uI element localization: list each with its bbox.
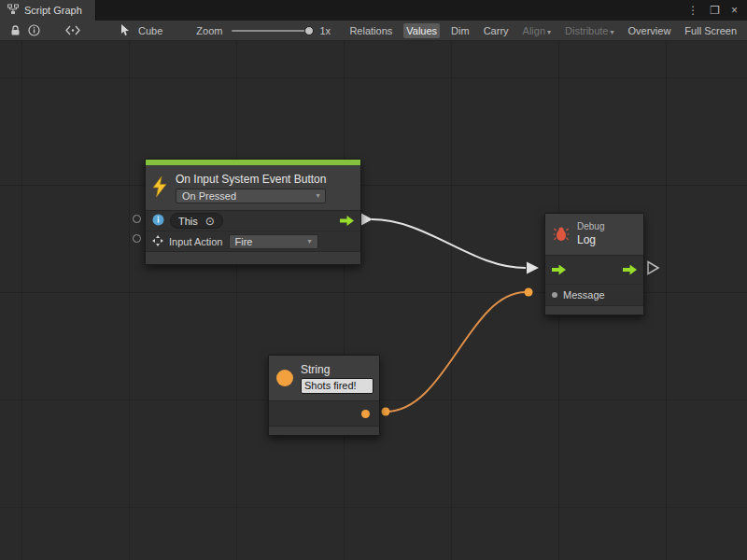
- message-input-port[interactable]: [552, 292, 557, 298]
- script-graph-window: Script Graph ⋮ ❒ × Cube Zoom 1x R: [0, 0, 747, 560]
- debug-flow-output-port[interactable]: [623, 265, 637, 275]
- node-on-input-system-event-button[interactable]: On Input System Event Button On Pressed …: [145, 159, 361, 265]
- event-mode-dropdown[interactable]: On Pressed ▾: [176, 189, 326, 203]
- input-action-label: Input Action: [169, 236, 223, 247]
- code-connections-icon[interactable]: [63, 22, 82, 39]
- zoom-slider-knob[interactable]: [304, 26, 314, 35]
- event-node-title: On Input System Event Button: [176, 173, 326, 186]
- wire-value-end-dot: [525, 288, 533, 297]
- dim-label: Dim: [451, 25, 470, 36]
- this-icon: [152, 214, 164, 228]
- maximize-icon[interactable]: ❒: [710, 5, 720, 16]
- distribute-label: Distribute: [565, 25, 608, 36]
- event-inputaction-port[interactable]: [133, 234, 141, 243]
- toolbar-button-relations[interactable]: Relations: [346, 23, 395, 38]
- chevron-down-icon: ▾: [316, 191, 319, 200]
- lock-icon[interactable]: [6, 22, 24, 39]
- this-object-field[interactable]: This ⊙: [170, 213, 223, 229]
- align-label: Align: [523, 25, 545, 36]
- event-inputaction-row: Input Action Fire ▾: [146, 231, 360, 251]
- zoom-label: Zoom: [196, 25, 222, 36]
- wire-value-start-dot: [382, 408, 390, 416]
- string-output-row: [269, 401, 379, 426]
- script-graph-icon: [7, 4, 19, 17]
- toolbar-button-values[interactable]: Values: [403, 23, 440, 38]
- zoom-slider[interactable]: [232, 30, 310, 32]
- string-value-input[interactable]: [301, 378, 374, 394]
- tab-script-graph[interactable]: Script Graph: [0, 0, 96, 21]
- graph-canvas[interactable]: On Input System Event Button On Pressed …: [0, 41, 747, 560]
- toolbar-button-fullscreen[interactable]: Full Screen: [682, 23, 740, 38]
- object-picker-icon[interactable]: ⊙: [205, 216, 215, 227]
- event-this-row: This ⊙: [146, 211, 360, 231]
- debug-output-port-marker[interactable]: [648, 262, 658, 274]
- overview-label: Overview: [628, 25, 671, 36]
- window-controls: ⋮ ❒ ×: [687, 0, 747, 21]
- chevron-down-icon: ▾: [611, 28, 614, 36]
- string-node-title: String: [301, 363, 374, 376]
- wire-string-value: [386, 292, 526, 412]
- toolbar-button-align[interactable]: Align▾: [520, 23, 554, 38]
- fullscreen-label: Full Screen: [684, 25, 737, 36]
- cursor-icon: [116, 22, 134, 39]
- tab-bar: Script Graph ⋮ ❒ ×: [0, 0, 747, 21]
- string-node-header[interactable]: String: [269, 356, 379, 401]
- wire-flow-start-arrow: [361, 214, 373, 226]
- event-trigger-output-port[interactable]: [340, 216, 354, 226]
- debug-node-footer: [545, 305, 643, 315]
- event-node-header[interactable]: On Input System Event Button On Pressed …: [146, 165, 360, 211]
- string-node-footer: [269, 426, 379, 435]
- info-icon[interactable]: [24, 22, 43, 39]
- tab-title: Script Graph: [24, 5, 82, 16]
- relations-label: Relations: [349, 25, 392, 36]
- close-icon[interactable]: ×: [731, 5, 738, 16]
- debug-node-title: Log: [577, 233, 604, 246]
- window-menu-icon[interactable]: ⋮: [687, 5, 698, 16]
- toolbar-button-dim[interactable]: Dim: [448, 23, 472, 38]
- toolbar-button-carry[interactable]: Carry: [481, 23, 512, 38]
- debug-flow-input-port[interactable]: [552, 265, 566, 275]
- message-label: Message: [563, 289, 605, 301]
- zoom-value: 1x: [319, 25, 331, 36]
- bug-icon: [553, 226, 570, 244]
- input-action-value: Fire: [235, 236, 253, 247]
- chevron-down-icon: ▾: [547, 28, 551, 36]
- debug-flow-row: [545, 256, 643, 284]
- debug-message-row: Message: [545, 284, 643, 305]
- string-output-port[interactable]: [361, 410, 370, 418]
- graph-context-label[interactable]: Cube: [138, 25, 162, 36]
- input-action-dropdown[interactable]: Fire ▾: [229, 234, 318, 249]
- values-label: Values: [406, 25, 437, 36]
- event-this-port[interactable]: [133, 215, 141, 223]
- event-node-footer: [146, 251, 360, 264]
- toolbar-button-distribute[interactable]: Distribute▾: [562, 23, 616, 38]
- wire-flow-end-arrow: [527, 262, 539, 274]
- debug-node-header[interactable]: Debug Log: [545, 214, 643, 256]
- lightning-icon: [151, 175, 168, 200]
- event-mode-value: On Pressed: [182, 190, 236, 202]
- wire-flow: [372, 219, 526, 268]
- node-string-literal[interactable]: String: [268, 355, 380, 436]
- debug-node-surtitle: Debug: [577, 221, 604, 232]
- chevron-down-icon: ▾: [307, 237, 311, 245]
- graph-toolbar: Cube Zoom 1x Relations Values Dim Carry …: [0, 21, 747, 41]
- toolbar-button-overview[interactable]: Overview: [626, 23, 674, 38]
- input-action-icon: [152, 235, 163, 248]
- node-debug-log[interactable]: Debug Log Message: [544, 213, 644, 315]
- this-label: This: [178, 216, 198, 227]
- string-type-icon: [276, 370, 293, 386]
- carry-label: Carry: [484, 25, 509, 36]
- toolbar-buttons: Relations Values Dim Carry Align▾ Distri…: [346, 23, 741, 38]
- zoom-slider-track[interactable]: [232, 30, 310, 32]
